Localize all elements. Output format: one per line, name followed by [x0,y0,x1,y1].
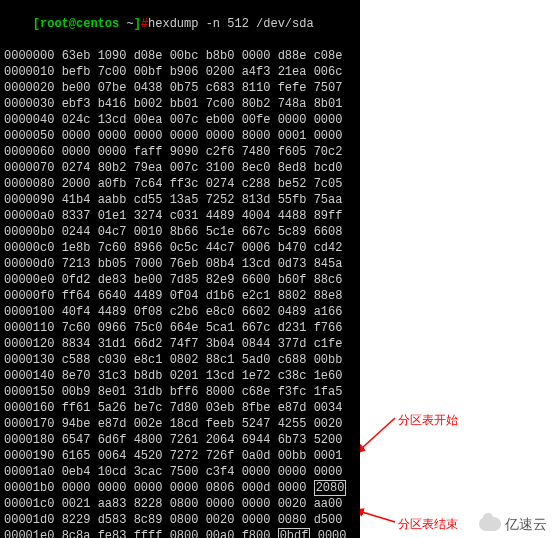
hex-offset: 00000d0 [4,257,54,271]
hex-bytes: befb 7c00 00bf b906 0200 a4f3 21ea 006c [62,65,343,79]
hex-offset: 00001e0 [4,529,54,538]
hex-bytes: 0000 [310,529,346,538]
hex-row: 0000160 ff61 5a26 be7c 7d80 03eb 8fbe e8… [4,400,356,416]
hex-row: 0000030 ebf3 b416 b002 bb01 7c00 80b2 74… [4,96,356,112]
hex-bytes: ff61 5a26 be7c 7d80 03eb 8fbe e87d 0034 [62,401,343,415]
hex-offset: 0000110 [4,321,54,335]
hex-bytes: 0244 04c7 0010 8b66 5c1e 667c 5c89 6608 [62,225,343,239]
hex-offset: 00000f0 [4,289,54,303]
hex-row: 00000d0 7213 bb05 7000 76eb 08b4 13cd 0d… [4,256,356,272]
terminal-pane[interactable]: [root@centos ~]#hexdump -n 512 /dev/sda … [0,0,360,538]
terminal-output: [root@centos ~]#hexdump -n 512 /dev/sda … [0,0,360,538]
hex-offset: 00001d0 [4,513,54,527]
annotation-start-label: 分区表开始 [398,412,458,428]
hex-row: 0000050 0000 0000 0000 0000 0000 8000 00… [4,128,356,144]
hex-bytes: 00b9 8e01 31db bff6 8000 c68e f3fc 1fa5 [62,385,343,399]
hex-offset: 0000170 [4,417,54,431]
hex-offset: 0000020 [4,81,54,95]
hex-row: 00000c0 1e8b 7c60 8966 0c5c 44c7 0006 b4… [4,240,356,256]
hex-bytes: 6547 6d6f 4800 7261 2064 6944 6b73 5200 [62,433,343,447]
hex-row: 0000150 00b9 8e01 31db bff6 8000 c68e f3… [4,384,356,400]
prompt-cwd: ~ [126,17,133,31]
hex-bytes: 40f4 4489 0f08 c2b6 e8c0 6602 0489 a166 [62,305,343,319]
hex-row: 00001a0 0eb4 10cd 3cac 7500 c3f4 0000 00… [4,464,356,480]
hex-bytes: 1e8b 7c60 8966 0c5c 44c7 0006 b470 cd42 [62,241,343,255]
hex-row: 00001c0 0021 aa83 8228 0800 0000 0000 00… [4,496,356,512]
hex-offset: 00000c0 [4,241,54,255]
hex-offset: 00001c0 [4,497,54,511]
hex-offset: 0000080 [4,177,54,191]
hex-offset: 00000a0 [4,209,54,223]
hex-row: 00000f0 ff64 6640 4489 0f04 d1b6 e2c1 88… [4,288,356,304]
hex-bytes: 6165 0064 4520 7272 726f 0a0d 00bb 0001 [62,449,343,463]
hex-row: 0000110 7c60 0966 75c0 664e 5ca1 667c d2… [4,320,356,336]
hex-bytes: 8229 d583 8c89 0800 0020 0000 0080 d500 [62,513,343,527]
hex-bytes: 94be e87d 002e 18cd feeb 5247 4255 0020 [62,417,343,431]
hex-bytes: 024c 13cd 00ea 007c eb00 00fe 0000 0000 [62,113,343,127]
hex-row: 0000180 6547 6d6f 4800 7261 2064 6944 6b… [4,432,356,448]
hex-row: 0000060 0000 0000 faff 9090 c2f6 7480 f6… [4,144,356,160]
arrows-svg [360,0,553,538]
hex-bytes: be00 07be 0438 0b75 c683 8110 fefe 7507 [62,81,343,95]
hex-offset: 0000120 [4,337,54,351]
hex-bytes: 0000 0000 0000 0000 0806 000d 0000 [62,481,314,495]
hex-offset: 0000180 [4,433,54,447]
hex-bytes: 8e70 31c3 b8db 0201 13cd 1e72 c38c 1e60 [62,369,343,383]
hex-bytes: 0fd2 de83 be00 7d85 82e9 6600 b60f 88c6 [62,273,343,287]
hex-bytes: 7c60 0966 75c0 664e 5ca1 667c d231 f766 [62,321,343,335]
hex-offset: 0000130 [4,353,54,367]
hex-offset: 00001b0 [4,481,54,495]
hex-bytes: 63eb 1090 d08e 00bc b8b0 0000 d88e c08e [62,49,343,63]
hex-row: 00001d0 8229 d583 8c89 0800 0020 0000 00… [4,512,356,528]
hex-bytes: 2000 a0fb 7c64 ff3c 0274 c288 be52 7c05 [62,177,343,191]
hex-bytes: 41b4 aabb cd55 13a5 7252 813d 55fb 75aa [62,193,343,207]
hex-row: 0000090 41b4 aabb cd55 13a5 7252 813d 55… [4,192,356,208]
cloud-icon [479,517,501,531]
hex-bytes: c588 c030 e8c1 0802 88c1 5ad0 c688 00bb [62,353,343,367]
hex-bytes: 0274 80b2 79ea 007c 3100 8ec0 8ed8 bcd0 [62,161,343,175]
hex-row: 0000000 63eb 1090 d08e 00bc b8b0 0000 d8… [4,48,356,64]
hex-row: 00001b0 0000 0000 0000 0000 0806 000d 00… [4,480,356,496]
hex-bytes: ff64 6640 4489 0f04 d1b6 e2c1 8802 88e8 [62,289,343,303]
hex-bytes: 8834 31d1 66d2 74f7 3b04 0844 377d c1fe [62,337,343,351]
hex-row: 00000a0 8337 01e1 3274 c031 4489 4004 44… [4,208,356,224]
hex-offset: 0000190 [4,449,54,463]
command-line: hexdump -n 512 /dev/sda [148,17,314,31]
hex-offset: 00001a0 [4,465,54,479]
hex-row: 0000020 be00 07be 0438 0b75 c683 8110 fe… [4,80,356,96]
watermark: 亿速云 [479,516,547,532]
hex-row: 00000e0 0fd2 de83 be00 7d85 82e9 6600 b6… [4,272,356,288]
hex-row: 0000080 2000 a0fb 7c64 ff3c 0274 c288 be… [4,176,356,192]
hex-bytes: 0021 aa83 8228 0800 0000 0000 0020 aa00 [62,497,343,511]
hex-row: 00000b0 0244 04c7 0010 8b66 5c1e 667c 5c… [4,224,356,240]
hex-offset: 0000050 [4,129,54,143]
arrow-end [362,512,395,522]
hex-offset: 00000e0 [4,273,54,287]
highlight-box: 2080 [314,480,347,496]
hex-offset: 0000010 [4,65,54,79]
hex-offset: 00000b0 [4,225,54,239]
hex-bytes: 8c8a fe83 ffff 0800 00a0 f800 [62,529,278,538]
hex-row: 0000130 c588 c030 e8c1 0802 88c1 5ad0 c6… [4,352,356,368]
hex-offset: 0000070 [4,161,54,175]
hex-row: 0000120 8834 31d1 66d2 74f7 3b04 0844 37… [4,336,356,352]
hex-offset: 0000040 [4,113,54,127]
hex-row: 0000190 6165 0064 4520 7272 726f 0a0d 00… [4,448,356,464]
prompt-user-host: [root@centos [33,17,119,31]
annotation-end-label: 分区表结束 [398,516,458,532]
prompt-hash: # [141,17,148,31]
hex-row: 0000100 40f4 4489 0f08 c2b6 e8c0 6602 04… [4,304,356,320]
hex-bytes: 0eb4 10cd 3cac 7500 c3f4 0000 0000 0000 [62,465,343,479]
watermark-text: 亿速云 [505,516,547,532]
hex-offset: 0000000 [4,49,54,63]
hex-row: 0000040 024c 13cd 00ea 007c eb00 00fe 00… [4,112,356,128]
hex-bytes: 0000 0000 0000 0000 0000 8000 0001 0000 [62,129,343,143]
hexdump-body: 0000000 63eb 1090 d08e 00bc b8b0 0000 d8… [4,48,356,538]
hex-bytes: 7213 bb05 7000 76eb 08b4 13cd 0d73 845a [62,257,343,271]
hex-bytes: 8337 01e1 3274 c031 4489 4004 4488 89ff [62,209,343,223]
hex-offset: 0000140 [4,369,54,383]
hex-offset: 0000160 [4,401,54,415]
hex-bytes: ebf3 b416 b002 bb01 7c00 80b2 748a 8b01 [62,97,343,111]
hex-row: 0000170 94be e87d 002e 18cd feeb 5247 42… [4,416,356,432]
hex-row: 0000070 0274 80b2 79ea 007c 3100 8ec0 8e… [4,160,356,176]
